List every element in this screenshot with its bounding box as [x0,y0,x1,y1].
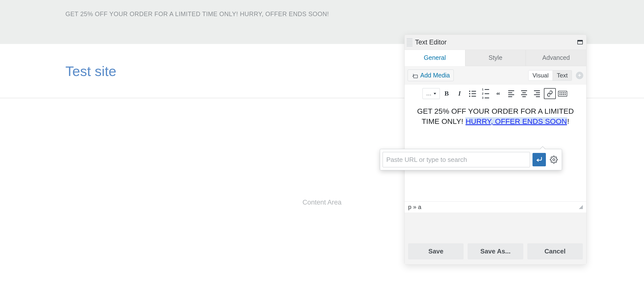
blockquote-button[interactable]: “ [492,88,504,99]
add-media-button[interactable]: Add Media [408,70,454,81]
panel-filler [405,213,586,239]
align-left-button[interactable] [505,88,517,99]
site-title[interactable]: Test site [66,63,116,79]
unordered-list-button[interactable] [466,88,478,99]
enter-icon [536,156,543,163]
italic-button[interactable]: I [454,88,466,99]
mode-tab-visual[interactable]: Visual [528,71,553,80]
insert-link-button[interactable] [544,88,556,99]
tab-general[interactable]: General [405,50,465,66]
tab-advanced[interactable]: Advanced [526,50,586,66]
gear-icon [550,156,558,164]
svg-point-0 [553,159,555,161]
panel-footer: Save Save As... Cancel [405,239,586,264]
formatting-toolbar: … B I 1 2 3 “ [405,87,586,102]
paragraph-dropdown[interactable]: … [422,88,440,99]
editor-text-part2: ! [567,117,569,125]
apply-link-button[interactable] [532,153,546,166]
mode-tab-text[interactable]: Text [553,71,572,80]
resize-grip-icon[interactable] [579,205,583,209]
link-settings-button[interactable] [548,154,559,165]
align-center-button[interactable] [518,88,530,99]
panel-header[interactable]: Text Editor [405,35,586,50]
ordered-list-button[interactable]: 1 2 3 [480,88,491,99]
save-as-button[interactable]: Save As... [468,243,523,259]
keyboard-icon [558,91,567,97]
element-path[interactable]: p » a [408,204,421,211]
cancel-button[interactable]: Cancel [527,243,583,259]
tab-style[interactable]: Style [465,50,526,66]
toolbar-toggle-button[interactable] [557,88,569,99]
add-toolbar-button[interactable]: + [576,72,583,79]
link-icon [546,90,553,97]
content-area-label: Content Area [302,199,342,206]
panel-tabs: General Style Advanced [405,50,586,66]
media-icon [411,73,418,78]
promo-banner-text: GET 25% OFF YOUR ORDER FOR A LIMITED TIM… [66,11,329,18]
save-button[interactable]: Save [408,243,464,259]
link-url-input[interactable] [382,152,530,167]
editor-mode-tabs: Visual Text [528,70,572,81]
editor-text-linked[interactable]: HURRY, OFFER ENDS SOON [465,117,567,125]
paragraph-dropdown-label: … [426,90,432,97]
panel-title: Text Editor [415,39,577,46]
link-url-popover [380,149,562,170]
editor-controls-row: Add Media Visual Text + [405,66,586,85]
bold-button[interactable]: B [441,88,453,99]
element-path-bar: p » a [405,201,586,213]
maximize-icon[interactable] [577,40,583,44]
editor-content[interactable]: GET 25% OFF YOUR ORDER FOR A LIMITED TIM… [410,106,581,127]
add-media-label: Add Media [420,72,450,79]
drag-handle-icon[interactable] [406,37,412,48]
align-right-button[interactable] [531,88,543,99]
